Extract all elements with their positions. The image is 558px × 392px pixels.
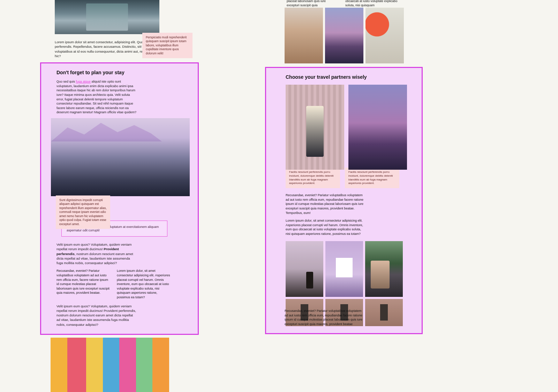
intro-link[interactable]: fuga atque [76,80,91,83]
para-provident-1: Velit ipsum eum quos? Voluptatum, quidem… [56,242,137,265]
image-mountain-hero [51,118,190,196]
panel-plan-your-stay: Don't forget to plan your stay Quo sed q… [40,62,199,335]
right-body-2: Lorem ipsum dolor, sit amet consectetur … [286,218,364,236]
image-vegetables [365,8,404,63]
left-column: Perspiciatis modi reprehenderit quisquam… [40,0,199,392]
intro-suffix: aliquid iste optio sunt voluptatum, laud… [56,80,136,114]
image-skater-sitting [365,241,403,297]
image-misty-dog [286,241,323,297]
right-top-col-b: harum. Omnis inventore, eum quo obcaecat… [345,0,398,8]
image-colorful-houses [51,338,169,392]
pair-caption-row: Facilis nesciunt perferendis porro incid… [286,168,414,188]
para-provident-2: Velit ipsum eum quos? Voluptatum, quidem… [56,304,137,327]
image-triptych [286,241,414,297]
image-dusk-city [325,8,363,63]
panel-title-right: Choose your travel partners wisely [286,74,414,80]
two-column-block: Recusandae, eveniet? Pariatur voluptatib… [56,269,185,299]
pair-caption-b: Facilis nesciunt perferendis porro incid… [345,168,399,188]
panel-travel-partners: Choose your travel partners wisely Facil… [265,67,423,334]
two-col-b: Lorem ipsum dolor, sit amet consectetur … [117,269,171,299]
image-row-top [285,8,404,63]
panel-title-left: Don't forget to plan your stay [56,70,185,75]
pair-caption-a: Facilis nesciunt perferendis porro incid… [286,168,340,188]
image-sand-3 [365,299,403,326]
image-pair [286,85,414,170]
right-bottom-paragraph: Recusandae, eveniet? Pariatur voluptatib… [285,309,365,326]
panel-intro: Quo sed quis fuga atque aliquid iste opt… [56,79,137,115]
right-top-two-col: ratione ipsum id cumque molestias placea… [287,0,398,8]
intro-prefix: Quo sed quis [56,80,76,83]
right-body-1: Recusandae, eveniet? Pariatur voluptatib… [286,193,364,215]
image-dusk-city-2 [348,85,407,170]
image-camera-table [325,241,363,297]
hero-wrap: Sunt dignissimos impedit corrupti aliqua… [51,118,185,196]
caption-hero: Sunt dignissimos impedit corrupti aliqua… [56,195,110,229]
image-portrait-woman [285,8,323,63]
image-street-walker [55,0,159,34]
right-top-col-a: ratione ipsum id cumque molestias placea… [287,0,339,8]
caption-top-left: Perspiciatis modi reprehenderit quisquam… [142,33,193,58]
two-col-a: Recusandae, eveniet? Pariatur voluptatib… [56,269,111,299]
image-stripe-walker [286,85,344,170]
